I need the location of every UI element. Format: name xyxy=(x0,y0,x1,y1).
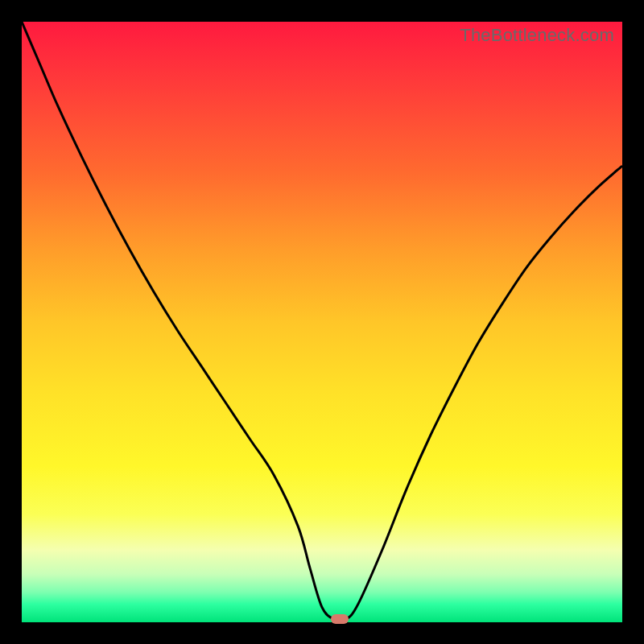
plot-area: TheBottleneck.com xyxy=(22,22,622,622)
bottleneck-curve xyxy=(22,22,622,622)
chart-frame: TheBottleneck.com xyxy=(0,0,644,644)
optimal-point-marker xyxy=(331,614,349,624)
